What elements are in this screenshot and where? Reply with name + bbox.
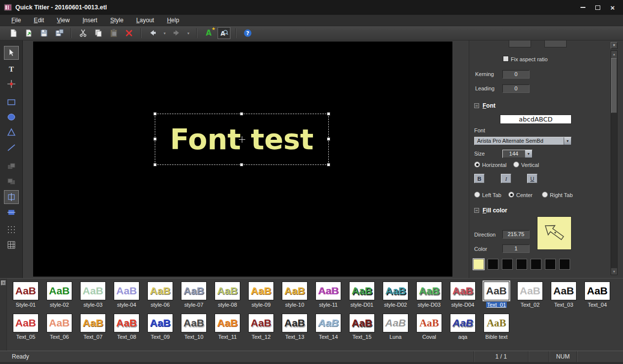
- menu-item-style[interactable]: Style: [104, 15, 130, 26]
- color-swatch-4[interactable]: [531, 259, 541, 270]
- text-tool-button[interactable]: T: [4, 62, 19, 76]
- copy-button[interactable]: [92, 27, 105, 39]
- paste-button[interactable]: [107, 27, 120, 39]
- center-horizontal-button[interactable]: [4, 190, 19, 204]
- font-family-select[interactable]: Arista Pro Alternate SemBd ▼: [474, 137, 572, 145]
- menu-item-help[interactable]: Help: [161, 15, 186, 26]
- style-preset-Text_13[interactable]: AaBText_13: [282, 314, 308, 340]
- resize-handle-w[interactable]: [153, 137, 157, 141]
- collapse-icon[interactable]: −: [474, 208, 479, 213]
- text-style-button[interactable]: A★: [202, 27, 215, 39]
- style-preset-style-08[interactable]: AaBstyle-08: [215, 282, 240, 308]
- triangle-tool-button[interactable]: [4, 125, 19, 139]
- menu-item-view[interactable]: View: [50, 15, 76, 26]
- select-tool-button[interactable]: [4, 46, 19, 60]
- save-button[interactable]: [38, 27, 50, 39]
- style-preset-style-D01[interactable]: AaBstyle-D01: [349, 282, 375, 308]
- scroll-up-icon[interactable]: ▲: [611, 51, 617, 57]
- style-preset-Text_09[interactable]: AaBText_09: [147, 314, 173, 340]
- color-swatch-0[interactable]: [473, 259, 484, 270]
- style-preset-Coval[interactable]: AaBCoval: [416, 314, 442, 340]
- resize-handle-ne[interactable]: [327, 112, 330, 116]
- style-preset-style-06[interactable]: AaBstyle-06: [147, 282, 173, 308]
- style-preset-Text_07[interactable]: AaBText_07: [80, 314, 106, 340]
- style-preset-style-D03[interactable]: AaBstyle-D03: [416, 282, 442, 308]
- resize-handle-nw[interactable]: [153, 112, 157, 116]
- center-tab-radio[interactable]: [508, 192, 514, 198]
- clipped-input-1[interactable]: [509, 40, 531, 47]
- style-preset-Style-01[interactable]: AaBStyle-01: [13, 282, 39, 308]
- color-swatch-1[interactable]: [488, 259, 498, 270]
- font-size-select[interactable]: 144 ▼: [502, 150, 533, 158]
- save-as-button[interactable]: [53, 27, 66, 39]
- style-preset-Text_14[interactable]: AaBText_14: [315, 314, 341, 340]
- redo-button[interactable]: [170, 27, 183, 39]
- style-preset-style-D04[interactable]: AaBstyle-D04: [450, 282, 476, 308]
- help-button[interactable]: ?: [241, 27, 254, 39]
- scrollbar-thumb[interactable]: [611, 58, 617, 113]
- open-button[interactable]: [22, 27, 35, 39]
- undo-button[interactable]: [146, 27, 159, 39]
- clipped-input-2[interactable]: [544, 40, 567, 47]
- maximize-button[interactable]: [590, 2, 605, 13]
- style-preset-Text_10[interactable]: AaBText_10: [181, 314, 207, 340]
- style-preset-style-04[interactable]: AaBstyle-04: [114, 282, 139, 308]
- redo-dropdown-button[interactable]: ▼: [185, 27, 191, 39]
- panel-close-button[interactable]: ×: [611, 42, 618, 49]
- menu-item-file[interactable]: File: [5, 15, 27, 26]
- undo-dropdown-button[interactable]: ▼: [162, 27, 168, 39]
- text-preview-button[interactable]: A: [218, 27, 230, 39]
- close-button[interactable]: ×: [605, 2, 620, 13]
- resize-handle-se[interactable]: [327, 163, 330, 166]
- fill-direction-preview[interactable]: [537, 216, 572, 250]
- right-tab-radio[interactable]: [542, 192, 548, 198]
- color-swatch-3[interactable]: [516, 259, 527, 270]
- style-preset-Bible-text[interactable]: AaBBible text: [484, 314, 509, 340]
- line-tool-button[interactable]: [4, 141, 19, 155]
- fix-aspect-checkbox[interactable]: [503, 56, 509, 62]
- transform-tool-button[interactable]: [4, 77, 19, 91]
- color-swatch-6[interactable]: [559, 259, 570, 270]
- collapse-icon[interactable]: −: [474, 103, 479, 108]
- style-preset-Text_08[interactable]: AaBText_08: [114, 314, 139, 340]
- italic-button[interactable]: I: [501, 174, 511, 183]
- style-preset-Text_11[interactable]: AaBText_11: [215, 314, 240, 340]
- style-preset-Text_02[interactable]: AaBText_02: [517, 282, 543, 308]
- leading-input[interactable]: 0: [502, 84, 530, 93]
- resize-handle-s[interactable]: [240, 163, 243, 166]
- safe-area-tool-button[interactable]: [4, 238, 19, 252]
- style-library-close-button[interactable]: ×: [1, 281, 6, 285]
- kerning-input[interactable]: 0: [502, 70, 530, 79]
- resize-handle-e[interactable]: [327, 137, 330, 141]
- resize-handle-n[interactable]: [240, 112, 243, 116]
- title-canvas[interactable]: Font test: [33, 41, 452, 277]
- vertical-radio[interactable]: [513, 162, 519, 167]
- style-preset-style-11[interactable]: AaBstyle-11: [315, 282, 341, 308]
- menu-item-edit[interactable]: Edit: [27, 15, 50, 26]
- grid-tool-button[interactable]: [4, 223, 19, 237]
- menu-item-layout[interactable]: Layout: [130, 15, 161, 26]
- menu-item-insert[interactable]: Insert: [76, 15, 104, 26]
- style-preset-style-10[interactable]: AaBstyle-10: [282, 282, 308, 308]
- style-preset-style-D02[interactable]: AaBstyle-D02: [383, 282, 408, 308]
- style-preset-Text_12[interactable]: AaBText_12: [248, 314, 274, 340]
- cut-button[interactable]: [77, 27, 89, 39]
- style-preset-style-02[interactable]: AaBstyle-02: [46, 282, 72, 308]
- color-input[interactable]: 1: [502, 244, 530, 253]
- style-preset-style-03[interactable]: AaBstyle-03: [80, 282, 106, 308]
- style-preset-Text_05[interactable]: AaBText_05: [13, 314, 39, 340]
- style-preset-aqa[interactable]: AaBaqa: [450, 314, 476, 340]
- color-swatch-5[interactable]: [545, 259, 556, 270]
- resize-handle-sw[interactable]: [153, 163, 157, 166]
- bold-button[interactable]: B: [474, 174, 485, 183]
- style-preset-style-07[interactable]: AaBstyle-07: [181, 282, 207, 308]
- style-preset-Text_15[interactable]: AaBText_15: [349, 314, 375, 340]
- style-preset-Text_03[interactable]: AaBText_03: [551, 282, 577, 308]
- text-object-selection[interactable]: Font test: [155, 114, 329, 165]
- style-preset-Luna[interactable]: AaBLuna: [383, 314, 408, 340]
- color-swatch-2[interactable]: [502, 259, 513, 270]
- delete-button[interactable]: [123, 27, 135, 39]
- combo-arrow-icon[interactable]: ▼: [525, 150, 532, 158]
- left-tab-radio[interactable]: [474, 192, 480, 198]
- style-preset-Text_06[interactable]: AaBText_06: [46, 314, 72, 340]
